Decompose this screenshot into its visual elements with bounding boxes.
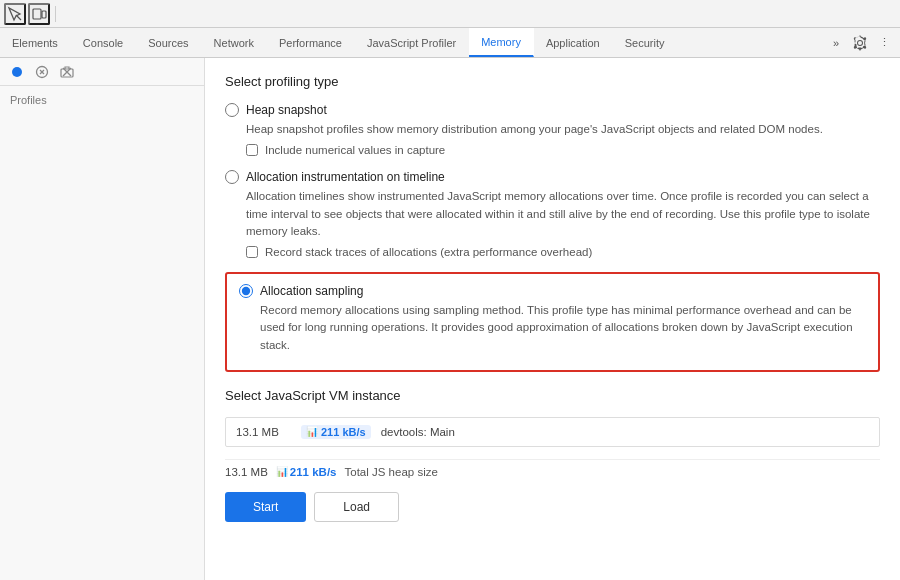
heap-snapshot-option: Heap snapshot Heap snapshot profiles sho… <box>225 103 880 156</box>
footer-stats: 13.1 MB 📊 211 kB/s Total JS heap size <box>225 459 880 484</box>
sidebar: Profiles <box>0 58 205 580</box>
vm-instance-name: devtools: Main <box>381 426 455 438</box>
vm-section-title: Select JavaScript VM instance <box>225 388 880 403</box>
allocation-instrumentation-desc: Allocation timelines show instrumented J… <box>246 188 880 240</box>
tab-performance[interactable]: Performance <box>267 28 355 57</box>
allocation-instrumentation-option: Allocation instrumentation on timeline A… <box>225 170 880 258</box>
svg-rect-1 <box>33 9 41 19</box>
heap-snapshot-desc: Heap snapshot profiles show memory distr… <box>246 121 880 138</box>
heap-snapshot-label[interactable]: Heap snapshot <box>246 103 327 117</box>
allocation-instrumentation-label[interactable]: Allocation instrumentation on timeline <box>246 170 445 184</box>
alloc-stack-traces-label[interactable]: Record stack traces of allocations (extr… <box>265 246 592 258</box>
devtools-toolbar <box>0 0 900 28</box>
footer-size: 13.1 MB <box>225 466 268 478</box>
select-type-title: Select profiling type <box>225 74 880 89</box>
vm-rate-badge: 📊 211 kB/s <box>301 425 371 439</box>
clear-button[interactable] <box>56 61 78 83</box>
tab-security[interactable]: Security <box>613 28 678 57</box>
allocation-sampling-box: Allocation sampling Record memory alloca… <box>225 272 880 372</box>
heap-snapshot-checkbox-row: Include numerical values in capture <box>246 144 880 156</box>
tab-sources[interactable]: Sources <box>136 28 201 57</box>
allocation-sampling-label[interactable]: Allocation sampling <box>260 284 363 298</box>
tab-bar-right: » ⋮ <box>824 28 900 57</box>
footer-rate-icon: 📊 <box>276 466 288 477</box>
content-area: Select profiling type Heap snapshot Heap… <box>205 58 900 580</box>
tab-elements[interactable]: Elements <box>0 28 71 57</box>
tab-bar: Elements Console Sources Network Perform… <box>0 28 900 58</box>
toolbar-separator <box>55 6 56 22</box>
tab-application[interactable]: Application <box>534 28 613 57</box>
heap-snapshot-radio[interactable] <box>225 103 239 117</box>
vm-instance-row[interactable]: 13.1 MB 📊 211 kB/s devtools: Main <box>226 418 879 446</box>
vm-rate-value: 211 kB/s <box>321 426 366 438</box>
tab-console[interactable]: Console <box>71 28 136 57</box>
action-buttons: Start Load <box>225 492 880 522</box>
tab-network[interactable]: Network <box>202 28 267 57</box>
svg-line-0 <box>16 15 21 20</box>
heap-numerical-checkbox[interactable] <box>246 144 258 156</box>
vm-rate-icon: 📊 <box>306 426 318 437</box>
footer-label: Total JS heap size <box>345 466 438 478</box>
allocation-instrumentation-row: Allocation instrumentation on timeline <box>225 170 880 184</box>
profiles-label: Profiles <box>0 86 204 114</box>
sidebar-toolbar <box>0 58 204 86</box>
vm-size: 13.1 MB <box>236 426 291 438</box>
device-toolbar-button[interactable] <box>28 3 50 25</box>
allocation-sampling-row: Allocation sampling <box>239 284 866 298</box>
heap-numerical-label[interactable]: Include numerical values in capture <box>265 144 445 156</box>
more-options-button[interactable]: ⋮ <box>872 31 896 55</box>
record-button[interactable] <box>6 61 28 83</box>
tab-js-profiler[interactable]: JavaScript Profiler <box>355 28 469 57</box>
footer-rate-value: 211 kB/s <box>290 466 337 478</box>
inspect-element-button[interactable] <box>4 3 26 25</box>
allocation-sampling-radio[interactable] <box>239 284 253 298</box>
svg-rect-2 <box>42 11 46 18</box>
heap-snapshot-row: Heap snapshot <box>225 103 880 117</box>
settings-button[interactable] <box>848 31 872 55</box>
more-tabs-button[interactable]: » <box>824 31 848 55</box>
alloc-stack-checkbox-row: Record stack traces of allocations (extr… <box>246 246 880 258</box>
tab-memory[interactable]: Memory <box>469 28 534 57</box>
alloc-stack-traces-checkbox[interactable] <box>246 246 258 258</box>
svg-point-3 <box>12 67 22 77</box>
main-area: Profiles Select profiling type Heap snap… <box>0 58 900 580</box>
vm-instance-table: 13.1 MB 📊 211 kB/s devtools: Main <box>225 417 880 447</box>
footer-rate: 📊 211 kB/s <box>276 466 337 478</box>
stop-button[interactable] <box>31 61 53 83</box>
vm-section: Select JavaScript VM instance 13.1 MB 📊 … <box>225 388 880 522</box>
load-button[interactable]: Load <box>314 492 399 522</box>
allocation-instrumentation-radio[interactable] <box>225 170 239 184</box>
start-button[interactable]: Start <box>225 492 306 522</box>
allocation-sampling-desc: Record memory allocations using sampling… <box>260 302 866 354</box>
